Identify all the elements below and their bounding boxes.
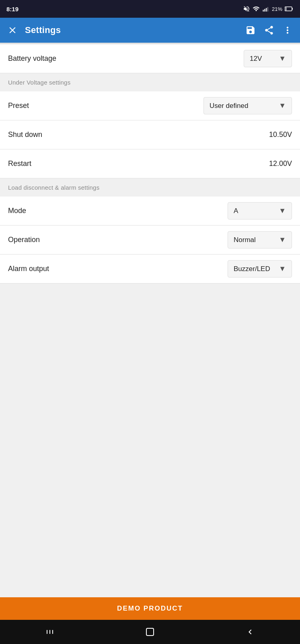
bottom-nav (0, 620, 300, 644)
battery-icon (285, 6, 294, 12)
svg-rect-9 (52, 630, 53, 634)
shutdown-value: 10.50V (269, 130, 292, 139)
app-title: Settings (25, 25, 238, 35)
preset-label: Preset (8, 101, 29, 110)
content-area: Battery voltage 12V ▼ Under Voltage sett… (0, 44, 300, 597)
wifi-icon (253, 5, 260, 12)
chevron-down-icon: ▼ (279, 101, 286, 110)
battery-voltage-value: 12V (250, 55, 262, 63)
mode-dropdown[interactable]: A ▼ (228, 202, 292, 219)
under-voltage-section: Under Voltage settings (0, 73, 300, 91)
alarm-output-row: Alarm output Buzzer/LED ▼ (0, 255, 300, 284)
shutdown-row: Shut down 10.50V (0, 120, 300, 149)
battery-voltage-label: Battery voltage (8, 54, 56, 63)
load-disconnect-label: Load disconnect & alarm settings (8, 184, 99, 191)
home-button[interactable] (137, 624, 163, 640)
mode-value: A (234, 207, 238, 215)
close-button[interactable] (6, 24, 18, 36)
svg-rect-0 (263, 10, 263, 12)
svg-rect-2 (266, 8, 267, 12)
operation-label: Operation (8, 236, 40, 244)
content-spacer (0, 284, 300, 597)
mode-row: Mode A ▼ (0, 197, 300, 226)
restart-label: Restart (8, 159, 31, 168)
battery-voltage-row: Battery voltage 12V ▼ (0, 44, 300, 73)
status-time: 8:19 (6, 6, 18, 12)
svg-rect-5 (285, 7, 287, 10)
app-bar: Settings (0, 18, 300, 43)
shutdown-label: Shut down (8, 130, 42, 139)
chevron-down-icon: ▼ (279, 54, 286, 63)
preset-row: Preset User defined ▼ (0, 91, 300, 120)
svg-rect-1 (264, 9, 265, 12)
battery-voltage-dropdown[interactable]: 12V ▼ (244, 50, 292, 67)
status-icons: 21% (243, 5, 294, 12)
share-button[interactable] (263, 24, 275, 36)
alarm-output-label: Alarm output (8, 265, 49, 273)
svg-rect-6 (292, 8, 293, 10)
mute-icon (243, 5, 250, 12)
save-button[interactable] (245, 24, 257, 36)
more-options-button[interactable] (282, 24, 294, 36)
recent-apps-button[interactable] (37, 624, 63, 640)
restart-value: 12.00V (269, 159, 292, 168)
restart-row: Restart 12.00V (0, 149, 300, 178)
operation-value: Normal (234, 236, 256, 244)
back-button[interactable] (237, 624, 263, 640)
load-disconnect-section: Load disconnect & alarm settings (0, 178, 300, 197)
chevron-down-icon: ▼ (279, 265, 286, 273)
svg-rect-3 (267, 7, 268, 12)
status-bar: 8:19 21% (0, 0, 300, 18)
chevron-down-icon: ▼ (279, 236, 286, 244)
under-voltage-label: Under Voltage settings (8, 79, 70, 86)
svg-rect-7 (47, 630, 47, 634)
operation-row: Operation Normal ▼ (0, 226, 300, 255)
operation-dropdown[interactable]: Normal ▼ (228, 231, 292, 248)
chevron-down-icon: ▼ (279, 207, 286, 215)
preset-value: User defined (210, 102, 248, 110)
preset-dropdown[interactable]: User defined ▼ (203, 97, 292, 114)
alarm-output-dropdown[interactable]: Buzzer/LED ▼ (228, 260, 292, 277)
svg-rect-8 (49, 630, 50, 634)
demo-label: DEMO PRODUCT (117, 605, 183, 612)
alarm-output-value: Buzzer/LED (234, 265, 270, 273)
battery-percentage: 21% (272, 6, 282, 12)
demo-banner: DEMO PRODUCT (0, 597, 300, 620)
mode-label: Mode (8, 207, 26, 215)
svg-rect-10 (146, 628, 154, 636)
signal-icon (262, 5, 269, 12)
